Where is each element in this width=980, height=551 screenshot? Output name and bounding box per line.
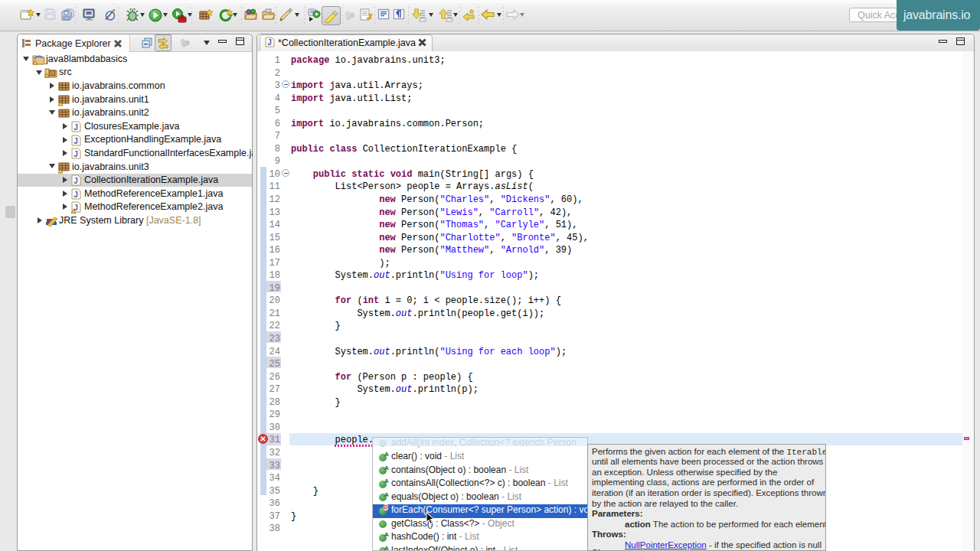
svg-text:J: J bbox=[74, 177, 78, 185]
svg-text:J: J bbox=[74, 191, 78, 199]
svg-text:J: J bbox=[74, 123, 78, 132]
svg-text:J: J bbox=[74, 137, 78, 145]
svg-text:J: J bbox=[74, 150, 78, 158]
svg-text:J: J bbox=[267, 38, 272, 47]
